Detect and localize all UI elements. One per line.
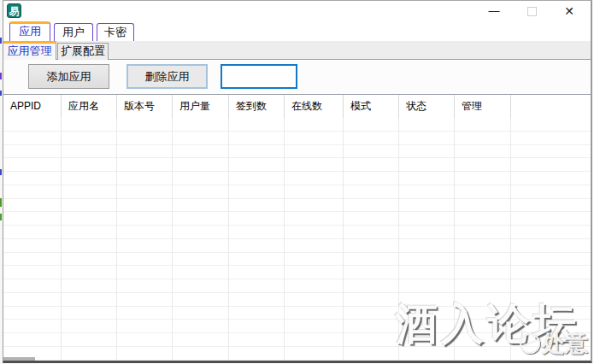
appid-search-input[interactable] (221, 64, 297, 89)
table-header-cell[interactable]: 版本号 (117, 95, 173, 118)
table-header-cell[interactable]: APPID (3, 95, 62, 118)
table-header-cell[interactable]: 状态 (399, 95, 455, 118)
table-row (3, 199, 591, 213)
app-window: 易 — ✕ 应用 用户 卡密 应用管理 扩展配置 添加应用 删除应用 APPID… (3, 0, 592, 363)
table-grid-line (454, 118, 455, 361)
background-glyph (0, 38, 2, 44)
table-header-filler (511, 95, 591, 118)
table-row (3, 239, 591, 253)
add-app-button[interactable]: 添加应用 (28, 64, 109, 89)
sub-tab-bar: 应用管理 扩展配置 (3, 41, 591, 60)
table-grid-line (284, 118, 285, 361)
table-header-cell[interactable]: 在线数 (285, 95, 344, 118)
background-glyph (0, 198, 2, 207)
table-grid-line (228, 118, 229, 361)
table-row (3, 320, 591, 333)
title-bar[interactable]: 易 — ✕ (3, 1, 591, 21)
app-logo-icon: 易 (7, 3, 21, 18)
maximize-button[interactable] (517, 1, 546, 21)
table-header-cell[interactable]: 签到数 (229, 95, 285, 118)
background-glyph (0, 214, 2, 220)
table-row (3, 132, 591, 145)
table-grid-line (343, 118, 344, 361)
table-header-cell[interactable]: 用户量 (173, 95, 229, 118)
table-row (3, 307, 591, 320)
subtab-app-management[interactable]: 应用管理 (3, 41, 56, 60)
table-grid-line (510, 118, 511, 361)
close-button[interactable]: ✕ (555, 1, 584, 21)
delete-app-button[interactable]: 删除应用 (126, 64, 208, 89)
table-row (3, 212, 591, 226)
table-row (3, 333, 591, 347)
background-glyph (0, 169, 2, 175)
background-glyph (0, 91, 2, 96)
minimize-button[interactable]: — (479, 1, 509, 21)
table-row (3, 253, 591, 267)
main-tab-bar: 应用 用户 卡密 (3, 21, 591, 41)
window-corner-shadow (3, 357, 35, 361)
table-row (3, 293, 591, 307)
table-row (3, 279, 591, 293)
toolbar: 添加应用 删除应用 (3, 60, 591, 94)
table-row (3, 172, 591, 185)
table-row (3, 347, 591, 361)
table-grid-line (61, 118, 62, 361)
app-table: APPID应用名版本号用户量签到数在线数模式状态管理 (3, 94, 591, 361)
table-row (3, 158, 591, 172)
table-row (3, 266, 591, 279)
table-body (3, 118, 591, 361)
maximize-icon (527, 7, 537, 16)
table-row (3, 185, 591, 199)
table-grid-line (116, 118, 117, 361)
tab-user[interactable]: 用户 (54, 23, 93, 41)
subtab-extended-config[interactable]: 扩展配置 (57, 43, 109, 60)
table-row (3, 145, 591, 159)
table-header: APPID应用名版本号用户量签到数在线数模式状态管理 (3, 95, 591, 118)
background-glyph (0, 73, 2, 79)
tab-cardkey[interactable]: 卡密 (97, 23, 134, 41)
screen: 易 — ✕ 应用 用户 卡密 应用管理 扩展配置 添加应用 删除应用 APPID… (0, 0, 600, 364)
table-header-cell[interactable]: 应用名 (62, 95, 117, 118)
tab-app[interactable]: 应用 (9, 21, 50, 41)
table-grid-line (172, 118, 173, 361)
table-header-cell[interactable]: 管理 (455, 95, 511, 118)
table-grid-line (398, 118, 399, 361)
table-header-cell[interactable]: 模式 (344, 95, 399, 118)
table-row (3, 226, 591, 239)
table-row (3, 118, 591, 132)
